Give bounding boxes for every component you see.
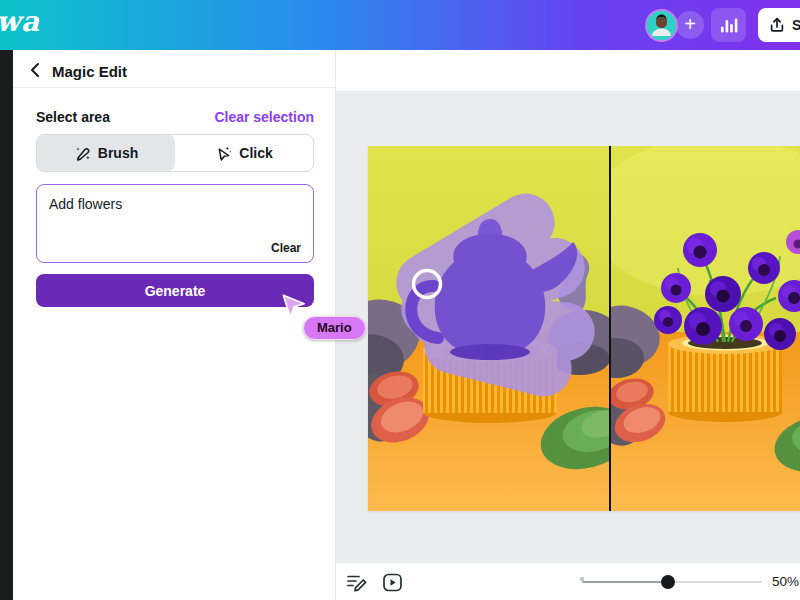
panel-title: Magic Edit [52,63,127,80]
notes-button[interactable] [344,570,370,594]
magic-edit-panel [13,50,336,600]
select-area-label: Select area [36,109,110,125]
scene-flowers-result [582,146,800,511]
prompt-clear-button[interactable]: Clear [271,241,301,255]
magic-click-icon [215,145,232,162]
share-upload-icon [769,17,785,33]
canvas-toolbar-strip [336,50,800,91]
share-button-label: S [792,17,800,33]
tool-click[interactable]: Click [175,135,313,171]
bar-chart-icon [719,17,739,34]
zoom-slider-track-filled[interactable] [582,581,668,583]
image-divider [609,146,611,511]
top-bar: wa + [0,0,800,50]
scene-teapot-selection [368,146,638,511]
clear-selection-link[interactable]: Clear selection [214,109,314,125]
back-button[interactable] [27,61,45,79]
zoom-slider-thumb[interactable] [661,575,675,589]
avatar[interactable] [647,11,676,40]
tool-brush-label: Brush [98,145,138,161]
prompt-box: Add flowers Clear [36,184,314,263]
magic-edit-image[interactable] [368,146,800,511]
analytics-button[interactable] [711,8,746,42]
selection-tool-toggle: Brush Click [36,134,314,172]
add-collaborator-button[interactable]: + [676,11,704,39]
tool-brush[interactable]: Brush [37,135,175,171]
tool-click-label: Click [239,145,272,161]
present-button[interactable] [379,570,405,594]
generate-button[interactable]: Generate [36,274,314,307]
collaborator-cursor-icon [280,293,307,320]
magic-brush-icon [74,145,91,162]
zoom-level-label[interactable]: 50% [772,574,799,589]
zoom-slider-track[interactable] [668,581,762,583]
pencil-lines-icon [346,572,368,593]
canva-editor: wa + [0,0,800,600]
canva-logo[interactable]: wa [0,5,40,38]
collaborator-name-badge: Mario [303,316,366,340]
share-button[interactable]: S [758,8,800,42]
chevron-left-icon [27,61,45,79]
collapsed-sidebar-rail [0,50,13,600]
play-icon [382,572,403,593]
avatar-photo [647,11,676,40]
